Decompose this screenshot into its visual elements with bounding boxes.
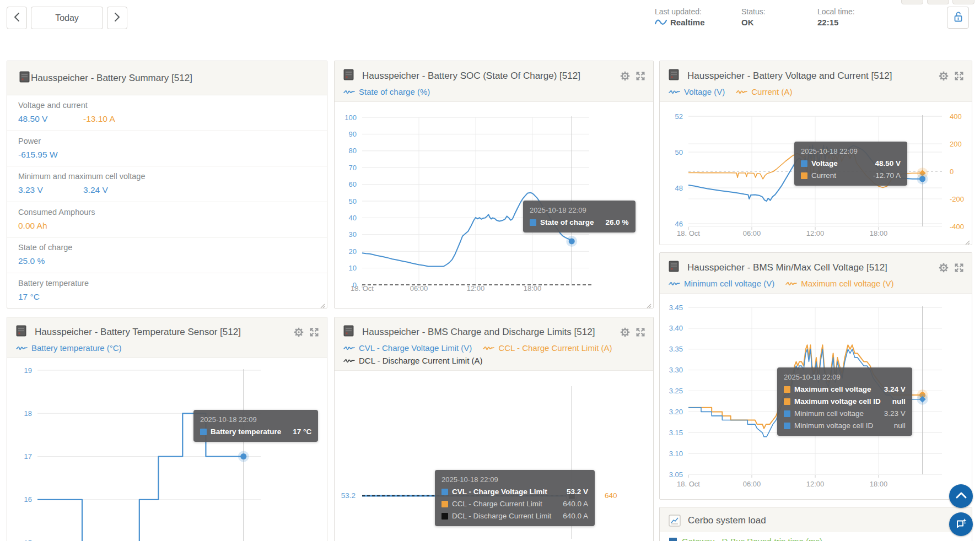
svg-text:12:00: 12:00 bbox=[467, 284, 485, 293]
tooltip-date: 2025-10-18 22:09 bbox=[200, 415, 311, 424]
summary-value: 25.0 % bbox=[18, 256, 83, 266]
chart-legend: Gateway - D-Bus Round-trip time (ms) bbox=[660, 532, 972, 541]
series-swatch bbox=[530, 219, 536, 226]
svg-text:3.15: 3.15 bbox=[669, 429, 683, 437]
battery-icon bbox=[667, 260, 680, 275]
svg-text:20: 20 bbox=[349, 247, 357, 256]
svg-text:3.25: 3.25 bbox=[669, 387, 683, 395]
summary-row: Voltage and current48.50 V-13.10 A bbox=[7, 95, 327, 131]
chart-tooltip: 2025-10-18 22:09 Maximum cell voltage3.2… bbox=[777, 367, 912, 436]
gear-icon[interactable] bbox=[939, 71, 949, 81]
resize-handle[interactable] bbox=[646, 301, 651, 306]
next-day-button[interactable] bbox=[107, 7, 127, 29]
resize-handle[interactable] bbox=[320, 301, 325, 306]
legend-item[interactable]: Minimum cell voltage (V) bbox=[669, 279, 774, 288]
temperature-svg: 1516171819 bbox=[7, 363, 328, 541]
local-time-label: Local time: bbox=[817, 7, 855, 16]
summary-rows: Voltage and current48.50 V-13.10 APower-… bbox=[7, 95, 327, 308]
battery-icon bbox=[342, 324, 355, 339]
legend-item[interactable]: CCL - Charge Current Limit (A) bbox=[483, 343, 612, 353]
svg-text:80: 80 bbox=[349, 147, 357, 155]
legend-item[interactable]: State of charge (%) bbox=[343, 87, 430, 96]
tooltip-row: Minimum voltage cell IDnull bbox=[784, 421, 906, 430]
series-swatch bbox=[200, 429, 207, 435]
tooltip-row: Maximum voltage cell IDnull bbox=[784, 397, 906, 405]
chart-legend: State of charge (%) bbox=[342, 87, 645, 96]
svg-text:16: 16 bbox=[24, 495, 32, 504]
gear-icon[interactable] bbox=[939, 263, 949, 273]
summary-value: 3.23 V bbox=[18, 185, 83, 195]
bms-minmax-cell-voltage-panel: Hausspeicher - BMS Min/Max Cell Voltage … bbox=[659, 252, 972, 500]
series-swatch bbox=[441, 489, 448, 495]
scroll-to-top-button[interactable] bbox=[949, 484, 973, 508]
summary-value: 0.00 Ah bbox=[18, 221, 83, 231]
last-updated-value: Realtime bbox=[655, 18, 705, 27]
previous-day-button[interactable] bbox=[7, 7, 27, 29]
svg-text:12:00: 12:00 bbox=[806, 480, 825, 488]
summary-row-label: Power bbox=[18, 137, 316, 145]
legend-item[interactable]: Current (A) bbox=[736, 87, 792, 96]
gear-icon[interactable] bbox=[620, 71, 630, 81]
series-swatch bbox=[801, 172, 807, 179]
summary-row-label: Minimum and maximum cell voltage bbox=[18, 172, 316, 181]
resize-handle[interactable] bbox=[965, 237, 970, 243]
legend-item[interactable]: Voltage (V) bbox=[669, 87, 725, 96]
toolbar-button-partial[interactable] bbox=[927, 0, 949, 4]
series-wave-icon bbox=[343, 358, 355, 364]
svg-text:18. Oct: 18. Oct bbox=[677, 480, 700, 488]
chart-tooltip: 2025-10-18 22:09 CVL - Charge Voltage Li… bbox=[435, 470, 595, 526]
legend-item[interactable]: DCL - Discharge Current Limit (A) bbox=[343, 356, 483, 365]
expand-icon[interactable] bbox=[636, 71, 645, 81]
summary-row: Power-615.95 W bbox=[7, 131, 327, 166]
gear-icon[interactable] bbox=[294, 327, 304, 337]
battery-summary-panel: Hausspeicher - Battery Summary [512] Vol… bbox=[7, 61, 327, 309]
expand-icon[interactable] bbox=[309, 327, 319, 337]
last-updated-label: Last updated: bbox=[655, 7, 702, 16]
feedback-button[interactable] bbox=[949, 512, 973, 536]
gateway-icon bbox=[669, 537, 677, 541]
summary-row-values: 48.50 V-13.10 A bbox=[18, 114, 316, 124]
chevron-left-icon bbox=[14, 12, 20, 24]
svg-text:0: 0 bbox=[353, 281, 357, 289]
legend-item[interactable]: Maximum cell voltage (V) bbox=[785, 279, 893, 288]
legend-item[interactable]: Battery temperature (°C) bbox=[16, 343, 122, 353]
feedback-bubble-icon bbox=[955, 517, 968, 532]
gear-icon[interactable] bbox=[620, 327, 630, 337]
toolbar-button-partial[interactable] bbox=[901, 0, 923, 4]
svg-text:3.05: 3.05 bbox=[669, 470, 683, 479]
legend-item[interactable]: CVL - Charge Voltage Limit (V) bbox=[343, 343, 472, 353]
svg-text:46: 46 bbox=[675, 220, 683, 228]
battery-voltage-current-panel: Hausspeicher - Battery Voltage and Curre… bbox=[659, 61, 972, 245]
svg-text:400: 400 bbox=[950, 112, 962, 121]
toolbar-button-partial[interactable] bbox=[952, 0, 974, 4]
battery-temperature-chart[interactable]: 1516171819 bbox=[7, 363, 327, 541]
series-swatch bbox=[801, 160, 807, 167]
realtime-wave-icon bbox=[655, 19, 667, 26]
expand-icon[interactable] bbox=[636, 327, 645, 337]
panel-title: Hausspeicher - BMS Charge and Discharge … bbox=[362, 327, 595, 338]
unlock-layout-button[interactable] bbox=[947, 7, 969, 29]
chart-thumbnail-icon bbox=[669, 515, 681, 527]
svg-text:50: 50 bbox=[349, 197, 357, 205]
svg-text:-200: -200 bbox=[950, 195, 964, 203]
svg-text:06:00: 06:00 bbox=[743, 229, 761, 237]
chart-legend: Voltage (V) Current (A) bbox=[667, 87, 964, 96]
svg-text:18: 18 bbox=[24, 409, 32, 418]
legend-item[interactable]: Gateway - D-Bus Round-trip time (ms) bbox=[682, 537, 822, 541]
svg-text:90: 90 bbox=[349, 130, 357, 138]
svg-text:200: 200 bbox=[950, 140, 962, 148]
tooltip-row: State of charge26.0 % bbox=[530, 218, 629, 226]
tooltip-row: CCL - Charge Current Limit640.0 A bbox=[441, 500, 588, 508]
summary-row: Minimum and maximum cell voltage3.23 V3.… bbox=[7, 166, 327, 202]
svg-text:17: 17 bbox=[24, 452, 32, 461]
today-button[interactable]: Today bbox=[31, 7, 103, 29]
cerbo-system-load-panel: Cerbo system load Gateway - D-Bus Round-… bbox=[659, 507, 972, 541]
summary-row-label: Consumed Amphours bbox=[18, 208, 316, 217]
expand-icon[interactable] bbox=[954, 263, 964, 273]
series-wave-icon bbox=[669, 280, 680, 287]
svg-text:12:00: 12:00 bbox=[806, 229, 825, 237]
expand-icon[interactable] bbox=[954, 71, 964, 81]
chart-tooltip: 2025-10-18 22:09 Battery temperature17 °… bbox=[193, 410, 318, 442]
svg-text:50: 50 bbox=[675, 148, 683, 156]
summary-row-values: 0.00 Ah bbox=[18, 221, 316, 231]
